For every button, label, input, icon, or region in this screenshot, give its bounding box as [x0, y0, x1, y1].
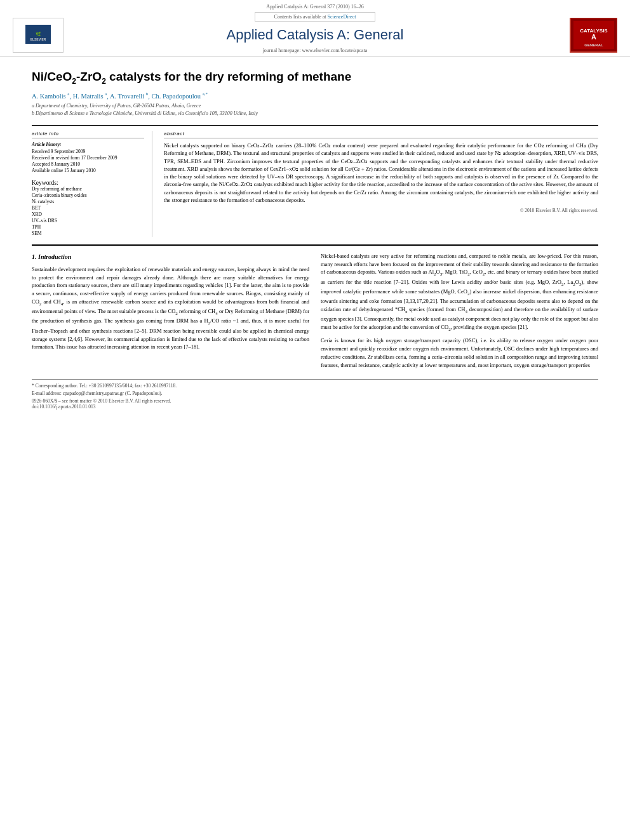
doi-line: doi:10.1016/j.apcata.2010.01.013 [32, 404, 598, 410]
history-label: Article history: [32, 142, 144, 147]
article-meta-section: article info Article history: Received 9… [32, 125, 598, 237]
keyword-1: Dry reforming of methane [32, 186, 144, 192]
affiliation-a: a Department of Chemistry, University of… [32, 102, 598, 110]
body-two-col: 1. Introduction Sustainable development … [32, 252, 598, 373]
science-direct-link[interactable]: ScienceDirect [328, 14, 356, 20]
keyword-8: SEM [32, 230, 144, 236]
received-date-1: Received 9 September 2009 [32, 149, 144, 154]
elsevier-icon: 🌿 ELSEVIER [25, 25, 51, 44]
body-right-col: Nickel-based catalysts are very active f… [321, 252, 598, 373]
affiliations: a Department of Chemistry, University of… [32, 102, 598, 117]
catalysis-logo: CATALYSIS A GENERAL [570, 18, 617, 53]
abstract-text: Nickel catalysts supported on binary CeO… [164, 142, 598, 204]
section-1-title: 1. Introduction [32, 252, 309, 262]
keyword-7: TPH [32, 224, 144, 230]
body-left-col: 1. Introduction Sustainable development … [32, 252, 309, 373]
email-note: E-mail address: cpapadop@chemistry.upatr… [32, 390, 598, 396]
abstract-column: abstract Nickel catalysts supported on b… [164, 131, 598, 237]
svg-text:ELSEVIER: ELSEVIER [30, 37, 46, 41]
intro-para-1: Sustainable development requires the exp… [32, 265, 309, 351]
authors-line: A. Kambolis a, H. Matralis a, A. Trovare… [32, 91, 598, 100]
journal-title-block: 🌿 ELSEVIER Applied Catalysis A: General … [13, 24, 617, 46]
page-header: Applied Catalysis A: General 377 (2010) … [0, 0, 630, 57]
article-history: Article history: Received 9 September 20… [32, 142, 144, 173]
intro-para-3: Ceria is known for its high oxygen stora… [321, 337, 598, 369]
body-section: 1. Introduction Sustainable development … [32, 244, 598, 373]
copyright-line: © 2010 Elsevier B.V. All rights reserved… [164, 208, 598, 213]
corresponding-author-note: * Corresponding author. Tel.: +30 261099… [32, 383, 598, 389]
contents-label: Contents lists available at [274, 14, 326, 20]
keyword-3: Ni catalysts [32, 199, 144, 204]
journal-title: Applied Catalysis A: General [227, 27, 404, 43]
article-info-column: article info Article history: Received 9… [32, 131, 152, 237]
affiliation-b: b Dipartimento di Scienze e Tecnologie C… [32, 110, 598, 117]
keyword-4: BET [32, 205, 144, 211]
svg-text:GENERAL: GENERAL [584, 43, 603, 47]
issn-line: 0926-860X/$ – see front matter © 2010 El… [32, 398, 598, 404]
received-date-2: Received in revised form 17 December 200… [32, 155, 144, 161]
science-direct-banner: Contents lists available at ScienceDirec… [255, 12, 376, 22]
keywords-block: Keywords: Dry reforming of methane Ceria… [32, 180, 144, 236]
keyword-6: UV–vis DRS [32, 218, 144, 223]
keyword-2: Ceria–zirconia binary oxides [32, 192, 144, 198]
paper-title: Ni/CeO2-ZrO2 catalysts for the dry refor… [32, 69, 598, 86]
keywords-label: Keywords: [32, 180, 144, 186]
email-note-text: E-mail address: cpapadop@chemistry.upatr… [32, 390, 163, 396]
intro-para-2: Nickel-based catalysts are very active f… [321, 252, 598, 333]
homepage-line: journal homepage: www.elsevier.com/locat… [13, 48, 617, 53]
available-date: Available online 15 January 2010 [32, 168, 144, 173]
keyword-5: XRD [32, 211, 144, 217]
journal-citation: Applied Catalysis A: General 377 (2010) … [13, 4, 617, 10]
abstract-heading: abstract [164, 131, 598, 138]
article-info-heading: article info [32, 131, 144, 138]
corresponding-note-text: * Corresponding author. Tel.: +30 261099… [32, 383, 177, 389]
footer-area: * Corresponding author. Tel.: +30 261099… [32, 379, 598, 410]
svg-text:A: A [591, 33, 596, 41]
accepted-date: Accepted 8 January 2010 [32, 161, 144, 167]
svg-text:🌿: 🌿 [36, 31, 41, 37]
elsevier-logo: 🌿 ELSEVIER [13, 18, 64, 53]
paper-container: Ni/CeO2-ZrO2 catalysts for the dry refor… [0, 57, 630, 422]
